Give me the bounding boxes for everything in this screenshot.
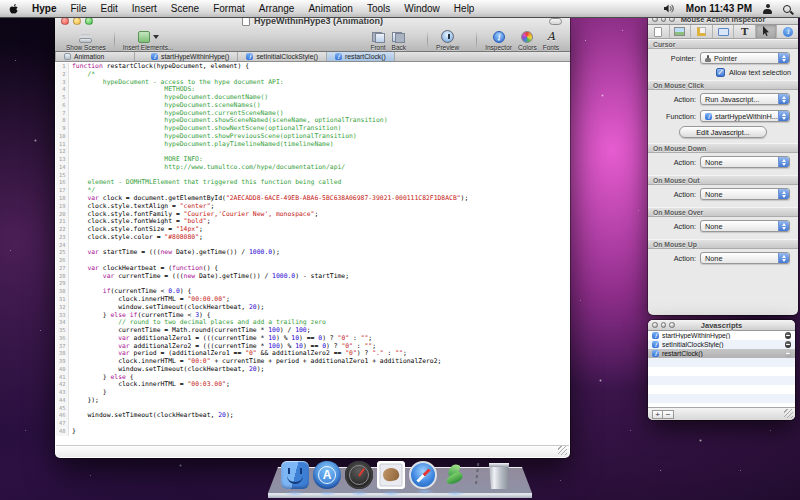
javascript-list-item[interactable]: restartClock() — [648, 349, 795, 358]
color-wheel-icon — [521, 31, 533, 43]
line-number: 38 — [56, 350, 69, 358]
tab-element-inspector[interactable] — [713, 25, 735, 38]
tab-mouse-action-inspector[interactable] — [756, 25, 778, 38]
minimize-button[interactable] — [73, 17, 81, 25]
close-button[interactable] — [61, 17, 69, 25]
tab-document-inspector[interactable] — [648, 25, 670, 38]
menu-bar-clock[interactable]: Mon 11:43 PM — [686, 3, 752, 14]
out-action-popup[interactable]: None — [700, 188, 790, 200]
tab-restartclock[interactable]: restartClock() — [327, 52, 395, 61]
pointer-popup[interactable]: Pointer — [700, 52, 790, 64]
function-icon — [705, 113, 712, 120]
line-number: 43 — [56, 389, 69, 397]
menu-format[interactable]: Format — [206, 0, 252, 17]
up-action-label: Action: — [648, 254, 700, 263]
menu-help[interactable]: Help — [447, 0, 482, 17]
toolbar-toggle-button[interactable] — [549, 18, 562, 25]
tab-media-inspector[interactable] — [670, 25, 692, 38]
code-line: 23 clock.style.color = "#808080"; — [56, 234, 569, 242]
toolbar-divider — [476, 31, 477, 49]
inspector-button[interactable]: Inspector — [482, 31, 515, 51]
preview-icon — [441, 30, 454, 43]
line-number: 13 — [56, 156, 69, 164]
dock-dashboard-icon[interactable] — [345, 461, 373, 489]
line-number: 36 — [56, 335, 69, 343]
image-icon — [674, 27, 685, 36]
info-icon — [783, 27, 793, 37]
function-icon — [335, 53, 342, 60]
remove-item-icon[interactable] — [785, 332, 792, 339]
code-lines: 1function restartClock(hypeDocument, ele… — [56, 63, 569, 436]
resize-grip[interactable] — [784, 409, 793, 418]
edit-javascript-button[interactable]: Edit Javascript... — [679, 126, 767, 138]
javascript-list-item[interactable]: setInitialClockStyle() — [648, 340, 795, 349]
line-content: http://www.tumultco.com/hype/documentati… — [69, 164, 345, 172]
allow-text-selection-label: Allow text selection — [729, 68, 791, 77]
line-content: var currentTime = (((new Date).getTime()… — [69, 273, 349, 281]
apple-menu[interactable] — [0, 0, 25, 17]
allow-text-selection-checkbox[interactable] — [716, 68, 725, 77]
line-number: 35 — [56, 327, 69, 335]
volume-icon[interactable] — [664, 4, 675, 13]
menu-window[interactable]: Window — [397, 0, 447, 17]
line-number: 41 — [56, 374, 69, 382]
remove-item-icon[interactable] — [785, 341, 792, 348]
menu-arrange[interactable]: Arrange — [252, 0, 302, 17]
dock-hype-icon[interactable] — [441, 461, 469, 489]
tab-animation[interactable]: Animation — [55, 52, 135, 61]
menu-hype[interactable]: Hype — [25, 0, 63, 17]
colors-button[interactable]: Colors — [515, 31, 540, 51]
click-action-popup[interactable]: Run Javascript... — [700, 93, 790, 105]
line-number: 31 — [56, 296, 69, 304]
remove-javascript-button[interactable]: − — [663, 410, 674, 419]
menu-edit[interactable]: Edit — [94, 0, 125, 17]
menu-file[interactable]: File — [63, 0, 93, 17]
menu-animation[interactable]: Animation — [301, 0, 359, 17]
line-number: 7 — [56, 110, 69, 118]
tab-setinitialclockstyle[interactable]: setInitialClockStyle() — [238, 52, 327, 61]
tab-identity-inspector[interactable] — [777, 25, 798, 38]
dock-app-store-icon[interactable] — [313, 461, 341, 489]
remove-item-icon[interactable] — [785, 350, 792, 357]
menu-scene[interactable]: Scene — [164, 0, 206, 17]
javascripts-title-bar[interactable]: Javascripts — [648, 320, 795, 331]
javascripts-title: Javascripts — [648, 321, 795, 330]
down-action-popup[interactable]: None — [700, 156, 790, 168]
menu-tools[interactable]: Tools — [360, 0, 397, 17]
dock-finder-icon[interactable] — [281, 461, 309, 489]
tab-starthypewithinhype[interactable]: startHypeWithinHype() — [143, 52, 238, 61]
pointer-value: Pointer — [714, 54, 737, 63]
click-function-popup[interactable]: startHypeWithinH... — [700, 110, 790, 122]
dock-reflection — [317, 491, 337, 496]
line-content: clock.style.color = "#808080"; — [69, 234, 203, 242]
tab-metrics-inspector[interactable] — [691, 25, 713, 38]
preview-button[interactable]: Preview — [433, 30, 462, 51]
code-editor[interactable]: 1function restartClock(hypeDocument, ele… — [56, 63, 569, 445]
insert-elements-button[interactable]: Insert Elements... — [120, 31, 177, 51]
code-line: 43 } — [56, 389, 569, 397]
dock-trash-icon[interactable] — [487, 463, 511, 489]
javascript-list-item[interactable]: startHypeWithinHype() — [648, 331, 795, 340]
dock-mail-icon[interactable] — [377, 461, 405, 489]
add-javascript-button[interactable]: + — [652, 410, 663, 419]
line-number: 46 — [56, 412, 69, 420]
line-number: 14 — [56, 164, 69, 172]
line-number: 10 — [56, 133, 69, 141]
front-button[interactable]: Front — [367, 32, 388, 51]
zoom-button[interactable] — [85, 17, 93, 25]
up-action-value: None — [705, 254, 722, 263]
up-action-popup[interactable]: None — [700, 252, 790, 264]
spotlight-icon[interactable] — [783, 5, 791, 13]
over-action-popup[interactable]: None — [700, 220, 790, 232]
fonts-button[interactable]: Fonts — [540, 30, 562, 51]
back-button[interactable]: Back — [389, 32, 409, 51]
line-number: 12 — [56, 148, 69, 156]
dock-safari-icon[interactable] — [409, 461, 437, 489]
menu-insert[interactable]: Insert — [125, 0, 164, 17]
tab-label: Animation — [74, 53, 104, 60]
show-scenes-button[interactable]: Show Scenes — [63, 31, 109, 51]
tab-text-inspector[interactable]: T — [734, 25, 756, 38]
resize-grip[interactable] — [558, 446, 567, 455]
user-switch-icon[interactable] — [763, 4, 772, 14]
popup-stepper-icon — [778, 111, 789, 121]
